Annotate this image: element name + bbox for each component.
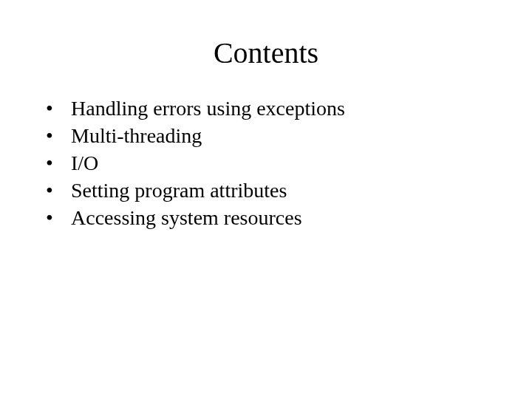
bullet-list: • Handling errors using exceptions • Mul… (0, 95, 532, 232)
list-item-label: I/O (71, 150, 532, 177)
list-item-label: Multi-threading (71, 123, 532, 150)
slide-title: Contents (0, 35, 532, 70)
list-item: • I/O (46, 150, 532, 177)
slide: Contents • Handling errors using excepti… (0, 0, 532, 399)
bullet-icon: • (46, 95, 71, 123)
list-item-label: Accessing system resources (71, 205, 532, 232)
bullet-icon: • (46, 150, 71, 177)
bullet-icon: • (46, 205, 71, 232)
bullet-icon: • (46, 177, 71, 205)
list-item: • Setting program attributes (46, 177, 532, 205)
bullet-icon: • (46, 123, 71, 150)
list-item: • Handling errors using exceptions (46, 95, 532, 123)
list-item-label: Setting program attributes (71, 177, 532, 205)
list-item-label: Handling errors using exceptions (71, 95, 532, 123)
list-item: • Multi-threading (46, 123, 532, 150)
list-item: • Accessing system resources (46, 205, 532, 232)
